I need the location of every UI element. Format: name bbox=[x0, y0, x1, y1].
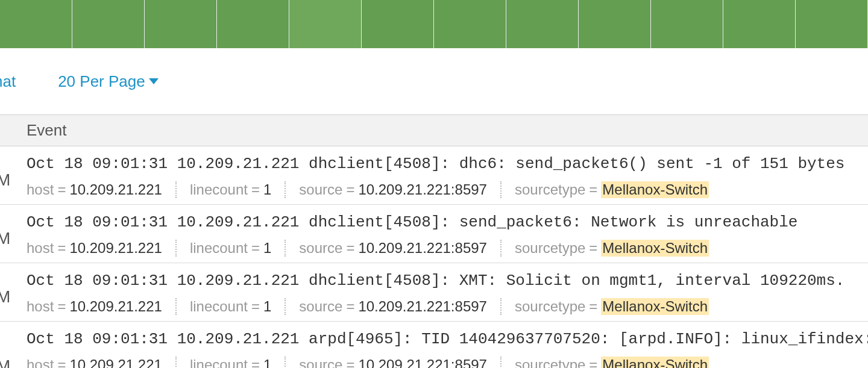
equals-sign: = bbox=[585, 181, 601, 198]
meta-pair[interactable]: source = 10.209.21.221:8597 bbox=[299, 181, 487, 198]
per-page-label: 20 Per Page bbox=[58, 72, 145, 91]
meta-key: sourcetype bbox=[515, 357, 585, 368]
timeline-cell[interactable] bbox=[723, 0, 796, 48]
meta-key: host bbox=[27, 240, 54, 257]
meta-pair[interactable]: source = 10.209.21.221:8597 bbox=[299, 298, 487, 315]
meta-value[interactable]: 10.209.21.221 bbox=[69, 181, 162, 198]
per-page-dropdown[interactable]: 20 Per Page bbox=[58, 72, 159, 91]
meta-key: host bbox=[27, 181, 54, 198]
meta-separator bbox=[285, 357, 286, 368]
meta-key: source bbox=[299, 181, 342, 198]
meta-pair[interactable]: sourcetype = Mellanox-Switch bbox=[515, 298, 709, 315]
event-meta: host = 10.209.21.221linecount = 1source … bbox=[27, 181, 868, 198]
equals-sign: = bbox=[54, 357, 69, 368]
meta-value[interactable]: 1 bbox=[263, 181, 271, 198]
meta-key: linecount bbox=[190, 181, 248, 198]
event-raw-text: Oct 18 09:01:31 10.209.21.221 arpd[4965]… bbox=[27, 330, 868, 348]
timeline-cell[interactable] bbox=[145, 0, 217, 48]
format-dropdown[interactable]: nat bbox=[0, 72, 16, 91]
event-row[interactable]: MOct 18 09:01:31 10.209.21.221 dhclient[… bbox=[0, 263, 868, 322]
meta-key: source bbox=[299, 357, 342, 368]
meta-pair[interactable]: host = 10.209.21.221 bbox=[27, 240, 162, 257]
event-raw-text: Oct 18 09:01:31 10.209.21.221 dhclient[4… bbox=[27, 213, 868, 231]
meta-pair[interactable]: linecount = 1 bbox=[190, 181, 271, 198]
meta-value[interactable]: 1 bbox=[263, 298, 271, 315]
timeline-cell[interactable] bbox=[217, 0, 289, 48]
event-row[interactable]: MOct 18 09:01:31 10.209.21.221 dhclient[… bbox=[0, 205, 868, 263]
meta-pair[interactable]: linecount = 1 bbox=[190, 298, 271, 315]
meta-pair[interactable]: host = 10.209.21.221 bbox=[27, 357, 162, 368]
timeline-bar[interactable] bbox=[0, 0, 868, 48]
meta-separator bbox=[285, 298, 286, 315]
timeline-cell[interactable] bbox=[289, 0, 362, 48]
equals-sign: = bbox=[342, 181, 358, 198]
meta-key: sourcetype bbox=[515, 240, 585, 257]
timeline-cell[interactable] bbox=[72, 0, 145, 48]
event-meta: host = 10.209.21.221linecount = 1source … bbox=[27, 298, 868, 315]
equals-sign: = bbox=[342, 298, 358, 315]
timeline-cell[interactable] bbox=[362, 0, 434, 48]
meta-value[interactable]: 10.209.21.221:8597 bbox=[358, 357, 487, 368]
equals-sign: = bbox=[585, 357, 601, 368]
equals-sign: = bbox=[54, 181, 69, 198]
meta-pair[interactable]: linecount = 1 bbox=[190, 357, 271, 368]
equals-sign: = bbox=[248, 181, 263, 198]
event-meta: host = 10.209.21.221linecount = 1source … bbox=[27, 240, 868, 257]
timeline-cell[interactable] bbox=[434, 0, 506, 48]
timeline-cell[interactable] bbox=[0, 0, 72, 48]
meta-pair[interactable]: source = 10.209.21.221:8597 bbox=[299, 240, 487, 257]
meta-value[interactable]: Mellanox-Switch bbox=[601, 181, 709, 198]
meta-value[interactable]: 10.209.21.221:8597 bbox=[358, 298, 487, 315]
events-column-header-event[interactable]: Event bbox=[0, 114, 868, 146]
meta-key: sourcetype bbox=[515, 298, 585, 315]
meta-separator bbox=[500, 240, 502, 257]
row-time-fragment: M bbox=[0, 357, 10, 368]
chevron-down-icon bbox=[149, 78, 159, 84]
meta-value[interactable]: Mellanox-Switch bbox=[601, 240, 709, 257]
timeline-cell[interactable] bbox=[506, 0, 579, 48]
timeline-cell[interactable] bbox=[651, 0, 723, 48]
meta-key: source bbox=[299, 240, 342, 257]
meta-key: source bbox=[299, 298, 342, 315]
meta-pair[interactable]: sourcetype = Mellanox-Switch bbox=[515, 181, 709, 198]
meta-pair[interactable]: source = 10.209.21.221:8597 bbox=[299, 357, 487, 368]
meta-value[interactable]: 10.209.21.221 bbox=[69, 240, 162, 257]
meta-pair[interactable]: sourcetype = Mellanox-Switch bbox=[515, 240, 709, 257]
meta-value[interactable]: Mellanox-Switch bbox=[601, 298, 709, 315]
meta-separator bbox=[285, 181, 286, 198]
event-meta: host = 10.209.21.221linecount = 1source … bbox=[27, 357, 868, 368]
events-toolbar: nat 20 Per Page bbox=[0, 48, 868, 114]
equals-sign: = bbox=[585, 240, 601, 257]
equals-sign: = bbox=[342, 357, 358, 368]
events-table: Event MOct 18 09:01:31 10.209.21.221 dhc… bbox=[0, 114, 868, 368]
meta-value[interactable]: 1 bbox=[263, 240, 271, 257]
timeline-cell[interactable] bbox=[579, 0, 651, 48]
equals-sign: = bbox=[54, 240, 69, 257]
row-time-fragment: M bbox=[0, 170, 10, 190]
meta-separator bbox=[175, 181, 177, 198]
meta-separator bbox=[500, 298, 502, 315]
meta-pair[interactable]: sourcetype = Mellanox-Switch bbox=[515, 357, 709, 368]
row-time-fragment: M bbox=[0, 229, 10, 248]
meta-key: sourcetype bbox=[515, 181, 585, 198]
event-row[interactable]: MOct 18 09:01:31 10.209.21.221 dhclient[… bbox=[0, 146, 868, 205]
meta-separator bbox=[285, 240, 286, 257]
meta-pair[interactable]: linecount = 1 bbox=[190, 240, 271, 257]
timeline-cell[interactable] bbox=[796, 0, 868, 48]
meta-value[interactable]: 10.209.21.221 bbox=[69, 357, 162, 368]
equals-sign: = bbox=[585, 298, 601, 315]
meta-value[interactable]: 10.209.21.221:8597 bbox=[358, 240, 487, 257]
meta-pair[interactable]: host = 10.209.21.221 bbox=[27, 181, 162, 198]
row-time-fragment: M bbox=[0, 287, 10, 307]
meta-value[interactable]: 10.209.21.221:8597 bbox=[358, 181, 487, 198]
meta-key: linecount bbox=[190, 240, 248, 257]
meta-separator bbox=[175, 298, 177, 315]
equals-sign: = bbox=[248, 240, 263, 257]
meta-value[interactable]: Mellanox-Switch bbox=[601, 357, 709, 368]
meta-pair[interactable]: host = 10.209.21.221 bbox=[27, 298, 162, 315]
event-row[interactable]: MOct 18 09:01:31 10.209.21.221 arpd[4965… bbox=[0, 322, 868, 368]
meta-key: linecount bbox=[190, 298, 248, 315]
meta-separator bbox=[500, 357, 502, 368]
meta-value[interactable]: 10.209.21.221 bbox=[69, 298, 162, 315]
meta-value[interactable]: 1 bbox=[263, 357, 271, 368]
